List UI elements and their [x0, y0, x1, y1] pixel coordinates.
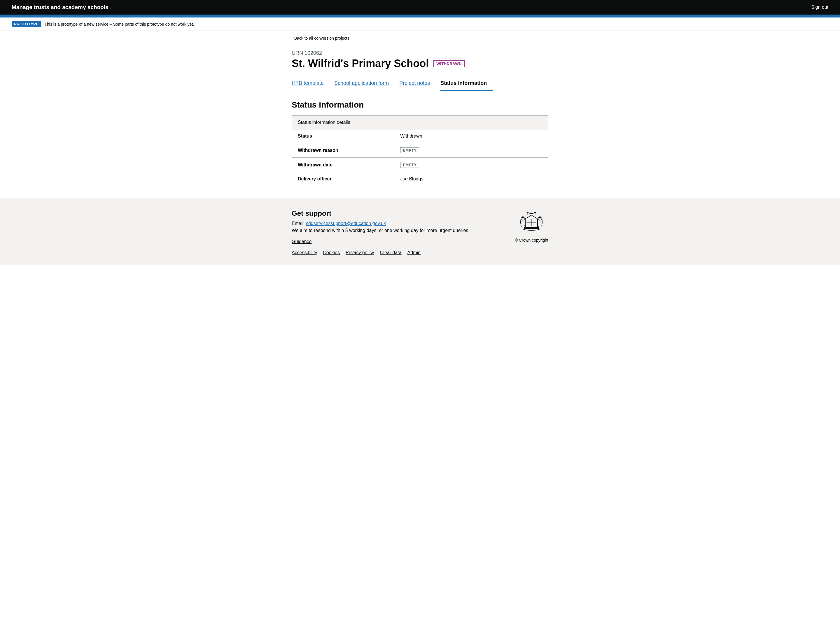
school-header: URN 102062 St. Wilfrid's Primary School …: [292, 43, 548, 70]
withdrawn-badge: WITHDRAWN: [433, 60, 465, 67]
table-cell-value: Joe Bloggs: [394, 172, 548, 186]
svg-point-3: [527, 212, 529, 213]
table-header: Status information details: [292, 116, 548, 129]
table-cell-value: EMPTY: [394, 158, 548, 172]
footer-respond: We aim to respond within 5 working days,…: [292, 228, 515, 233]
svg-point-5: [534, 212, 536, 213]
table-cell-key: Status: [292, 129, 394, 143]
clear-data-link[interactable]: Clear data: [380, 250, 402, 255]
svg-point-9: [539, 217, 541, 219]
status-value: Withdrawn: [400, 134, 422, 139]
school-name: St. Wilfrid's Primary School: [292, 57, 429, 70]
svg-point-4: [531, 213, 532, 214]
guidance-link[interactable]: Guidance: [292, 239, 312, 244]
table-row: Withdrawn date EMPTY: [292, 158, 548, 172]
table-cell-key: Withdrawn reason: [292, 144, 394, 157]
back-link[interactable]: ‹ Back to all conversion projects: [292, 36, 349, 41]
back-link-label: Back to all conversion projects: [294, 36, 349, 41]
svg-rect-0: [524, 227, 539, 229]
prototype-message: This is a prototype of a new service – S…: [44, 22, 194, 27]
back-chevron-icon: ‹: [292, 36, 293, 41]
footer-copyright: © Crown copyright: [515, 238, 548, 242]
footer-heading: Get support: [292, 209, 515, 217]
footer-links: Accessibility Cookies Privacy policy Cle…: [292, 250, 515, 255]
empty-tag: EMPTY: [400, 162, 419, 168]
crown-crest-icon: [517, 209, 546, 236]
section-heading: Status information: [292, 100, 548, 110]
prototype-tag: PROTOTYPE: [12, 21, 41, 27]
table-cell-key: Withdrawn date: [292, 158, 394, 172]
table-row: Withdrawn reason EMPTY: [292, 143, 548, 158]
svg-point-8: [522, 217, 524, 219]
footer-email-row: Email: sddservicessupport@education.gov.…: [292, 221, 515, 226]
site-header: Manage trusts and academy schools Sign o…: [0, 0, 840, 14]
table-row: Delivery officer Joe Bloggs: [292, 172, 548, 186]
tab-school-application[interactable]: School application form: [334, 77, 395, 91]
table-row: Status Withdrawn: [292, 129, 548, 143]
table-cell-value: Withdrawn: [394, 129, 548, 143]
site-title: Manage trusts and academy schools: [12, 4, 109, 11]
tab-project-notes[interactable]: Project notes: [399, 77, 436, 91]
sign-out-link[interactable]: Sign out: [811, 5, 828, 10]
footer-crest: © Crown copyright: [515, 209, 548, 242]
footer-guidance: Guidance: [292, 239, 515, 244]
accessibility-link[interactable]: Accessibility: [292, 250, 317, 255]
footer-email-label: Email:: [292, 221, 305, 226]
table-cell-key: Delivery officer: [292, 172, 394, 186]
blue-bar: [0, 14, 840, 17]
admin-link[interactable]: Admin: [407, 250, 421, 255]
footer-email-link[interactable]: sddservicessupport@education.gov.uk: [306, 221, 386, 226]
tab-htb-template[interactable]: HTB template: [292, 77, 330, 91]
empty-tag: EMPTY: [400, 147, 419, 153]
privacy-policy-link[interactable]: Privacy policy: [346, 250, 374, 255]
table-cell-value: EMPTY: [394, 143, 548, 157]
delivery-officer-value: Joe Bloggs: [400, 176, 423, 181]
urn-label: URN 102062: [292, 50, 548, 56]
cookies-link[interactable]: Cookies: [323, 250, 340, 255]
footer: Get support Email: sddservicessupport@ed…: [0, 198, 840, 264]
prototype-banner: PROTOTYPE This is a prototype of a new s…: [0, 17, 840, 31]
status-table: Status information details Status Withdr…: [292, 115, 548, 186]
tabs-nav: HTB template School application form Pro…: [292, 77, 548, 91]
tabs-list: HTB template School application form Pro…: [292, 77, 548, 91]
tab-status-information[interactable]: Status information: [441, 77, 493, 91]
footer-support: Get support Email: sddservicessupport@ed…: [292, 209, 515, 255]
